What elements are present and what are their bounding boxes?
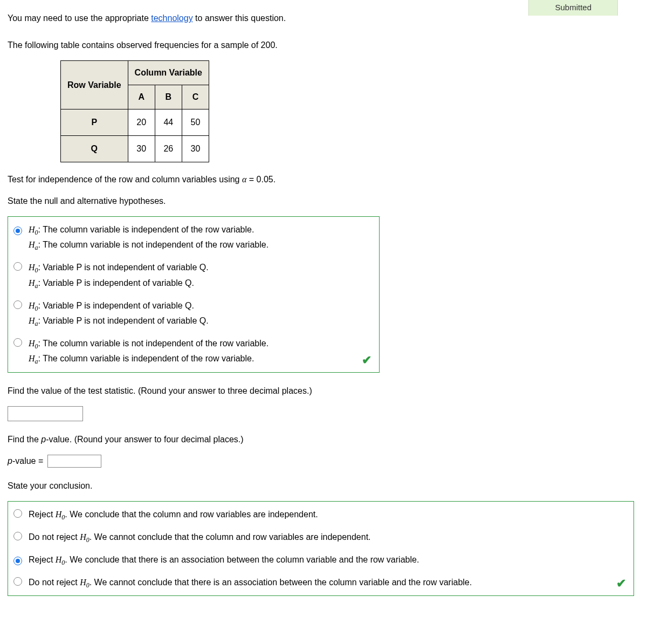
pvalue-label: p-value = bbox=[8, 455, 43, 468]
col-c: C bbox=[182, 85, 209, 109]
q4-option-3[interactable]: Do not reject H0. We cannot conclude tha… bbox=[8, 570, 634, 592]
correct-icon: ✔ bbox=[616, 574, 626, 592]
frequency-table: Row Variable Column Variable A B C P 20 … bbox=[60, 60, 209, 162]
radio-icon[interactable] bbox=[13, 509, 22, 518]
q3-prompt: Find the p-value. (Round your answer to … bbox=[8, 433, 639, 446]
q4-choices: Reject H0. We conclude that the column a… bbox=[8, 501, 634, 597]
test-instruction: Test for independence of the row and col… bbox=[8, 173, 639, 186]
q4-option-0[interactable]: Reject H0. We conclude that the column a… bbox=[8, 502, 634, 524]
status-badge: Submitted bbox=[528, 0, 618, 16]
column-variable-header: Column Variable bbox=[128, 61, 209, 85]
q4-option-2[interactable]: Reject H0. We conclude that there is an … bbox=[8, 547, 634, 570]
radio-icon[interactable] bbox=[13, 557, 22, 565]
col-b: B bbox=[155, 85, 182, 109]
q1-option-0[interactable]: H0: The column variable is independent o… bbox=[8, 217, 379, 255]
technology-link[interactable]: technology bbox=[151, 13, 192, 23]
table-row: Q 30 26 30 bbox=[61, 136, 209, 162]
q4-option-1[interactable]: Do not reject H0. We cannot conclude tha… bbox=[8, 524, 634, 547]
radio-icon[interactable] bbox=[13, 338, 22, 347]
correct-icon: ✔ bbox=[362, 351, 371, 369]
radio-icon[interactable] bbox=[13, 227, 22, 235]
pvalue-input[interactable] bbox=[47, 455, 101, 468]
radio-icon[interactable] bbox=[13, 532, 22, 540]
radio-icon[interactable] bbox=[13, 262, 22, 271]
col-a: A bbox=[128, 85, 155, 109]
q1-option-3[interactable]: H0: The column variable is not independe… bbox=[8, 331, 379, 368]
row-variable-header: Row Variable bbox=[61, 61, 128, 109]
q2-prompt: Find the value of the test statistic. (R… bbox=[8, 385, 639, 398]
test-statistic-input[interactable] bbox=[8, 406, 83, 421]
radio-icon[interactable] bbox=[13, 300, 22, 309]
radio-icon[interactable] bbox=[13, 577, 22, 586]
q1-choices: H0: The column variable is independent o… bbox=[8, 216, 380, 373]
intro-text: You may need to use the appropriate tech… bbox=[8, 12, 528, 25]
q1-option-1[interactable]: H0: Variable P is not independent of var… bbox=[8, 255, 379, 292]
table-intro: The following table contains observed fr… bbox=[8, 39, 639, 52]
table-row: P 20 44 50 bbox=[61, 109, 209, 136]
q4-prompt: State your conclusion. bbox=[8, 479, 639, 492]
q1-option-2[interactable]: H0: Variable P is independent of variabl… bbox=[8, 293, 379, 331]
q1-prompt: State the null and alternative hypothese… bbox=[8, 195, 639, 208]
